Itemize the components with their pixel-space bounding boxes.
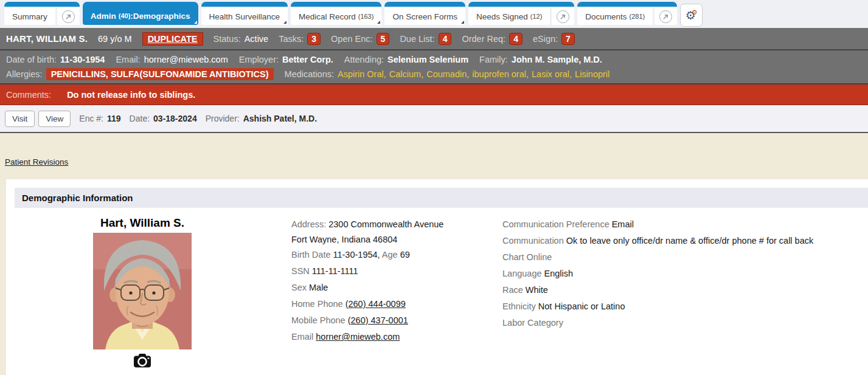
tab-needs-signed-popout-button[interactable]: [552, 8, 574, 25]
separator: ,: [384, 69, 386, 79]
employer-field: Employer: Better Corp.: [239, 55, 333, 64]
demographic-information-panel: Demographic Information Hart, William S.: [6, 179, 868, 375]
settings-button[interactable]: ⚙ ⚙: [680, 4, 703, 27]
tab-count: (12): [530, 13, 543, 20]
demo-field-value: Not Hispanic or Latino: [538, 301, 625, 311]
tab-cap: [83, 2, 198, 7]
patient-photo: [93, 233, 192, 349]
demographic-field-row: LanguageEnglish: [502, 266, 868, 282]
medication-link[interactable]: Aspirin Oral: [338, 69, 384, 79]
demo-field-label: Communication: [502, 236, 564, 246]
tasks-count-badge[interactable]: 3: [307, 33, 321, 45]
esign-count-badge[interactable]: 7: [561, 33, 575, 45]
view-button[interactable]: View: [38, 111, 71, 127]
enc-date-field: Date: 03-18-2024: [130, 114, 197, 123]
open-enc-stat: Open Enc: 5: [331, 33, 389, 45]
tab-group-admin: Admin (40) :Demographics: [83, 2, 198, 25]
tab-admin-demographics[interactable]: Admin (40) :Demographics: [83, 7, 198, 25]
tab-group-documents: Documents (281): [577, 2, 677, 25]
tab-label: Documents: [585, 12, 627, 21]
order-req-stat: Order Req: 4: [462, 33, 523, 45]
attending-value: Selenium Selenium: [387, 55, 468, 64]
dob-label: Date of birth:: [6, 55, 57, 64]
patient-name: HART, WILLIAM S.: [6, 33, 88, 44]
demographic-content: Hart, William S.: [15, 216, 868, 371]
duplicate-flag[interactable]: DUPLICATE: [142, 32, 203, 46]
demo-field-label: Communication Preference: [502, 219, 609, 229]
tab-documents-popout-button[interactable]: [654, 8, 677, 25]
tab-label: Medical Record: [299, 12, 356, 21]
open-enc-label: Open Enc:: [331, 34, 373, 44]
attending-label: Attending:: [344, 55, 384, 64]
demographic-field-row: Chart Online: [502, 249, 868, 266]
visit-button[interactable]: Visit: [5, 111, 35, 127]
tab-on-screen-forms[interactable]: On Screen Forms: [384, 8, 465, 25]
open-enc-count-badge[interactable]: 5: [377, 33, 390, 45]
demo-field-label: SSN: [291, 266, 310, 276]
demographic-field-row: EthnicityNot Hispanic or Latino: [502, 298, 868, 315]
enc-number-label: Enc #:: [79, 114, 103, 123]
page-body: Patient Revisions Demographic Informatio…: [0, 133, 868, 375]
esign-stat: eSign: 7: [533, 33, 575, 45]
demo-field-value: 11-30-1954,: [333, 250, 380, 260]
tab-health-surveillance[interactable]: Health Surveillance: [201, 8, 288, 25]
tab-count: (163): [358, 13, 374, 20]
allergies-label: Allergies:: [6, 69, 43, 79]
dob-field: Date of birth: 11-30-1954: [6, 55, 105, 64]
attending-field: Attending: Selenium Selenium: [344, 55, 468, 64]
order-req-label: Order Req:: [462, 34, 505, 44]
patient-age-sex: 69 y/o M: [98, 34, 132, 44]
tab-label: Health Surveillance: [209, 12, 280, 21]
webchart-patient-page: { "colors": { "tab_blue": "#1787c8", "ba…: [0, 0, 868, 375]
open-in-new-window-icon: [557, 10, 569, 23]
medication-link[interactable]: Calcium: [389, 69, 421, 79]
tab-documents[interactable]: Documents (281): [577, 8, 653, 25]
due-list-label: Due List:: [400, 34, 434, 44]
family-field: Family: John M. Sample, M.D.: [479, 55, 602, 64]
tab-group-on-screen-forms: On Screen Forms: [384, 2, 465, 25]
tab-group-summary: Summary: [4, 2, 80, 25]
due-list-count-badge[interactable]: 4: [439, 33, 452, 45]
tab-summary-popout-button[interactable]: [57, 8, 80, 25]
upload-photo-button[interactable]: [133, 353, 151, 370]
demo-field-value: Email: [612, 219, 634, 229]
demo-field-label: Labor Category: [502, 318, 563, 328]
medications-field: Medications: Aspirin Oral,Calcium,Coumad…: [285, 69, 610, 79]
tab-count: (40): [119, 12, 131, 19]
tab-cap: [4, 2, 80, 7]
employer-label: Employer:: [239, 55, 279, 64]
demographic-field-row: Mobile Phone(260) 437-0001: [291, 312, 502, 329]
demo-field-value: 2300 Commonwealth Avenue: [328, 219, 443, 229]
medication-link[interactable]: Lisinopril: [575, 69, 609, 79]
esign-label: eSign:: [533, 34, 558, 44]
allergies-alert-chip[interactable]: PENICILLINS, SULFA(SULFONAMIDE ANTIBIOTI…: [46, 68, 274, 80]
medications-label: Medications:: [285, 69, 334, 79]
employer-value: Better Corp.: [282, 55, 333, 64]
patient-revisions-link[interactable]: Patient Revisions: [5, 157, 68, 167]
medications-list: Aspirin Oral,Calcium,Coumadin,ibuprofen …: [338, 69, 609, 79]
demo-field-link[interactable]: horner@mieweb.com: [316, 332, 400, 342]
demo-field-label: Race: [502, 285, 523, 295]
medication-link[interactable]: Lasix oral: [532, 69, 569, 79]
patient-photo-column: Hart, William S.: [15, 216, 291, 371]
chart-tab-bar: Summary Admin (40) :Demographics Health …: [0, 0, 868, 28]
demographic-field-row: RaceWhite: [502, 282, 868, 298]
family-value: John M. Sample, M.D.: [512, 55, 602, 64]
comments-alert-bar: Comments: Do not release info to sibling…: [0, 84, 868, 105]
demographic-summary-line: Date of birth: 11-30-1954 Email: horner@…: [6, 52, 862, 67]
tab-label: Needs Signed: [476, 12, 528, 21]
tab-medical-record[interactable]: Medical Record (163): [291, 8, 381, 25]
demo-field-link[interactable]: (260) 444-0099: [345, 299, 406, 309]
gears-icon-small: ⚙: [692, 9, 698, 16]
enc-number-field: Enc #: 119: [79, 114, 120, 123]
medication-link[interactable]: ibuprofen oral: [472, 69, 526, 79]
tab-summary[interactable]: Summary: [4, 8, 55, 25]
email-field: Email: horner@mieweb.com: [116, 55, 227, 64]
demo-field-link[interactable]: (260) 437-0001: [348, 315, 408, 325]
tab-needs-signed[interactable]: Needs Signed (12): [468, 8, 550, 25]
demographic-field-row: Communication PreferenceEmail: [502, 216, 868, 233]
medication-link[interactable]: Coumadin: [426, 69, 467, 79]
allergies-medications-line: Allergies: PENICILLINS, SULFA(SULFONAMID…: [6, 67, 862, 81]
demo-field-label: Age: [382, 250, 398, 260]
order-req-count-badge[interactable]: 4: [509, 33, 523, 45]
